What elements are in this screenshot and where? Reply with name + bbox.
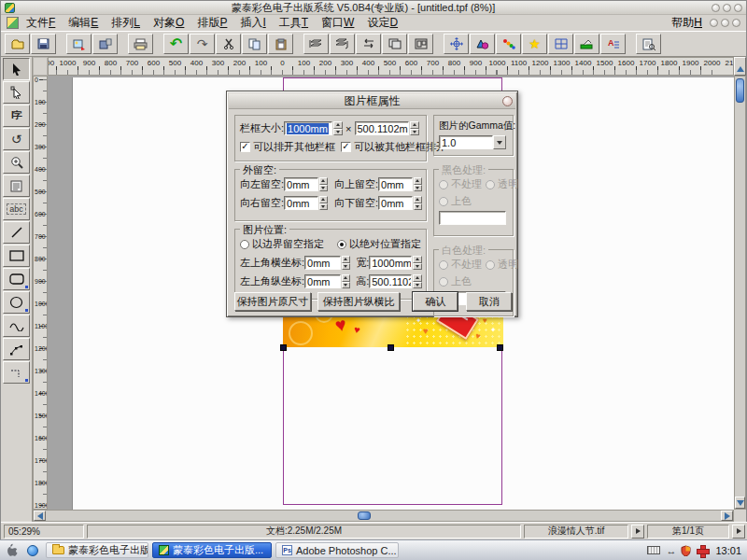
text-block-tool-icon[interactable]: abc: [3, 198, 30, 220]
menu-item[interactable]: 插入I: [240, 15, 265, 31]
vertical-scroll-thumb[interactable]: [736, 78, 744, 103]
horizontal-scrollbar[interactable]: [33, 510, 734, 522]
keyboard-tray-icon[interactable]: [647, 546, 660, 554]
text-format-icon[interactable]: A: [600, 34, 626, 54]
cut-icon[interactable]: [216, 34, 241, 54]
menu-item[interactable]: 排列L: [111, 15, 140, 31]
cancel-button[interactable]: 取消: [466, 292, 512, 311]
save-copy-icon[interactable]: [92, 34, 118, 54]
zoom-tool-icon[interactable]: [3, 151, 30, 174]
scroll-left-button[interactable]: [34, 511, 46, 521]
frame-height-input[interactable]: 500.1102mm: [355, 121, 409, 135]
resize-handle[interactable]: [388, 344, 394, 351]
rounded-rectangle-tool-icon[interactable]: [3, 268, 30, 290]
mesh-distort-icon[interactable]: [548, 34, 573, 54]
resize-handle[interactable]: [280, 344, 287, 351]
polyline-tool-icon[interactable]: [3, 338, 30, 360]
fill-area-icon[interactable]: [574, 34, 599, 54]
dropdown-arrow-icon[interactable]: [493, 135, 506, 149]
redo-icon[interactable]: ↷: [190, 34, 215, 54]
position-by-margin-radio[interactable]: [240, 240, 249, 249]
vertical-scrollbar[interactable]: [734, 76, 746, 510]
dialog-close-icon[interactable]: [502, 96, 513, 106]
child-close-button[interactable]: [732, 19, 740, 27]
menu-item[interactable]: 设定D: [367, 15, 398, 31]
minimize-button[interactable]: [712, 4, 720, 12]
rotate-tool-icon[interactable]: ↺: [3, 128, 30, 150]
color-spray-icon[interactable]: [496, 34, 521, 54]
margin-right-input[interactable]: 0mm: [284, 196, 318, 210]
dialog-title-bar[interactable]: 图片框属性: [229, 93, 515, 109]
swap-order-icon[interactable]: [356, 34, 381, 54]
frame-height-stepper[interactable]: [410, 121, 419, 135]
print-icon[interactable]: [128, 34, 153, 54]
margin-left-input[interactable]: 0mm: [284, 177, 318, 191]
maximize-button[interactable]: [723, 4, 731, 12]
menu-item[interactable]: 窗口W: [321, 15, 354, 31]
keep-aspect-ratio-button[interactable]: 保持图片纵横比: [317, 292, 400, 311]
menu-item[interactable]: 文件F: [26, 15, 55, 31]
start-menu-icon[interactable]: [6, 543, 20, 558]
menu-item[interactable]: 排版P: [197, 15, 227, 31]
menu-item[interactable]: 工具T: [279, 15, 308, 31]
taskbar-item-photoshop[interactable]: Ps Adobe Photoshop C...: [275, 542, 399, 558]
resize-handle[interactable]: [497, 344, 503, 351]
print-preview-icon[interactable]: [636, 34, 661, 54]
menu-item[interactable]: 对象O: [153, 15, 184, 31]
pushed-by-others-checkbox[interactable]: [341, 142, 351, 152]
network-tray-icon[interactable]: ↔: [666, 545, 675, 556]
save-icon[interactable]: [31, 34, 56, 54]
star-icon[interactable]: ★: [522, 34, 547, 54]
scroll-up-button[interactable]: [734, 57, 746, 76]
menu-item[interactable]: 编辑E: [68, 15, 98, 31]
direct-select-tool-icon[interactable]: [3, 81, 30, 104]
rectangle-tool-icon[interactable]: [3, 245, 30, 267]
gamma-combobox[interactable]: 1.0: [439, 135, 506, 149]
curve-tool-icon[interactable]: [3, 315, 30, 337]
bezier-path-tool-icon[interactable]: [3, 361, 30, 384]
close-button[interactable]: [734, 4, 742, 12]
menu-item-help[interactable]: 帮助H: [671, 15, 702, 31]
child-restore-button[interactable]: [721, 19, 729, 27]
push-others-checkbox[interactable]: [240, 142, 250, 152]
send-backward-icon[interactable]: [330, 34, 355, 54]
cascade-windows-icon[interactable]: [382, 34, 407, 54]
shape-fill-icon[interactable]: [470, 34, 495, 54]
position-x-input[interactable]: 0mm: [304, 256, 341, 270]
group-frame-icon[interactable]: [408, 34, 433, 54]
child-minimize-button[interactable]: [710, 19, 718, 27]
select-tool-icon[interactable]: [3, 58, 30, 80]
scroll-down-button[interactable]: [735, 497, 745, 509]
position-y-input[interactable]: 0mm: [304, 274, 341, 288]
document-icon[interactable]: [7, 17, 19, 29]
scroll-right-button[interactable]: [721, 511, 733, 521]
bring-forward-icon[interactable]: [303, 34, 329, 54]
paste-icon[interactable]: [268, 34, 293, 54]
position-absolute-radio[interactable]: [337, 240, 346, 249]
page-layout-tool-icon[interactable]: [3, 175, 30, 197]
taskbar-item-active[interactable]: 蒙泰彩色电子出版...: [152, 542, 272, 558]
open-icon[interactable]: [5, 34, 30, 54]
taskbar-item-folder[interactable]: 蒙泰彩色电子出版...: [46, 542, 148, 558]
undo-icon[interactable]: ↶: [163, 34, 189, 54]
ok-button[interactable]: 确认: [413, 292, 458, 311]
keep-original-size-button[interactable]: 保持图片原尺寸: [234, 292, 311, 311]
ellipse-tool-icon[interactable]: [3, 291, 30, 314]
line-tool-icon[interactable]: [3, 221, 30, 244]
margin-up-input[interactable]: 0mm: [378, 177, 413, 191]
frame-width-input[interactable]: 1000mm: [284, 121, 332, 135]
text-tool-icon[interactable]: I字: [3, 105, 30, 127]
move-position-icon[interactable]: [444, 34, 469, 54]
width-input[interactable]: 1000mm: [369, 256, 412, 270]
horizontal-scroll-thumb[interactable]: [358, 511, 371, 520]
security-shield-icon[interactable]: [681, 545, 691, 556]
frame-width-stepper[interactable]: [333, 121, 343, 135]
copy-icon[interactable]: [242, 34, 267, 54]
quick-launch-icon[interactable]: [27, 545, 38, 556]
page-selector-button[interactable]: [732, 525, 745, 539]
health-tray-icon[interactable]: [697, 545, 708, 556]
export-image-icon[interactable]: [66, 34, 92, 54]
image-selector-button[interactable]: [631, 525, 644, 539]
canvas[interactable]: ♥ ♥ ♥ ♥ ♥ ✦ ✦ 图片框属性: [48, 76, 734, 510]
height-input[interactable]: 500.1102mm: [369, 274, 412, 288]
